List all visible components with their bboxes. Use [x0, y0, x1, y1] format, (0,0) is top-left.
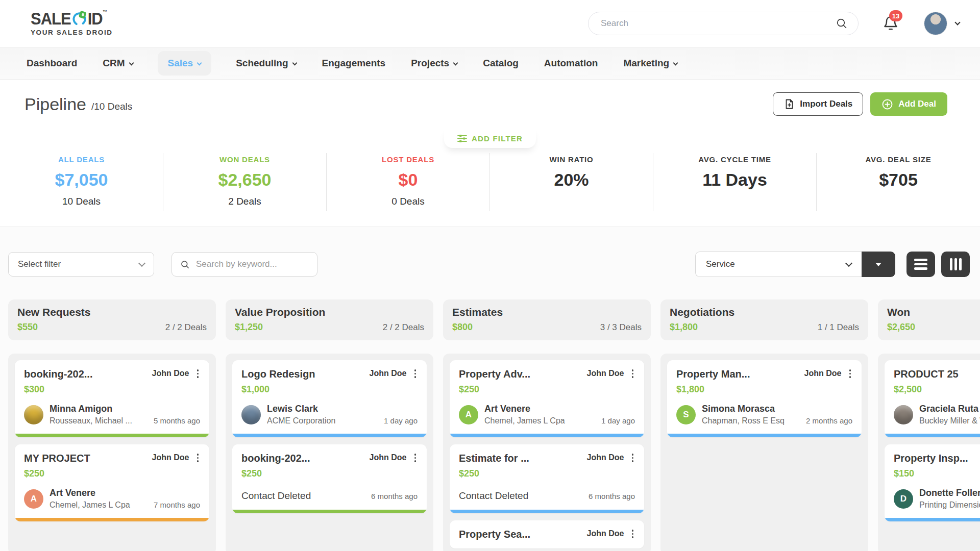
contact-avatar: S: [676, 405, 696, 424]
stat-label: LOST DEALS: [327, 155, 489, 164]
kebab-menu-icon[interactable]: [413, 368, 418, 379]
contact-name: Donette Foller: [919, 488, 980, 498]
deal-timestamp: 5 months ago: [154, 416, 200, 425]
stat-value: 11 Days: [653, 170, 816, 190]
nav-item-dashboard[interactable]: Dashboard: [26, 51, 78, 76]
deal-timestamp: 1 day ago: [601, 416, 635, 425]
nav-item-projects[interactable]: Projects: [410, 51, 458, 76]
user-menu-chevron-icon[interactable]: [954, 19, 960, 25]
deal-timestamp: 2 months ago: [806, 416, 852, 425]
nav-item-scheduling[interactable]: Scheduling: [235, 51, 297, 76]
stage-color-bar: [450, 510, 644, 513]
import-deals-button[interactable]: Import Deals: [773, 92, 863, 116]
add-filter-button[interactable]: ADD FILTER: [444, 129, 536, 148]
deal-owner: John Doe: [587, 529, 624, 538]
kebab-menu-icon[interactable]: [630, 368, 635, 379]
deal-card[interactable]: Estimate for ... John Doe $250 Contact D…: [450, 444, 644, 513]
deal-title: PRODUCT 25: [894, 368, 980, 380]
stat-sub: [817, 196, 980, 207]
search-icon: [180, 259, 190, 270]
column-title: Value Proposition: [235, 306, 424, 318]
column-title: Estimates: [452, 306, 642, 318]
contact-company: Chemel, James L Cpa: [50, 500, 148, 510]
select-filter-dropdown[interactable]: Select filter: [8, 252, 154, 277]
column-deal-count: 3 / 3 Deals: [600, 322, 642, 333]
keyword-search-input[interactable]: [196, 259, 309, 269]
deal-owner: John Doe: [370, 453, 407, 462]
nav-item-marketing[interactable]: Marketing: [622, 51, 678, 76]
deal-contact: Minna Amigon Rousseaux, Michael ... 5 mo…: [24, 404, 200, 425]
contact-avatar: A: [24, 489, 43, 509]
deal-amount: $250: [24, 468, 200, 479]
column-deal-count: 2 / 2 Deals: [383, 322, 424, 333]
deal-card[interactable]: Property Insp... $150 D Donette Foller P…: [885, 444, 980, 521]
list-view-button[interactable]: [906, 252, 935, 277]
notifications-button[interactable]: 13: [882, 15, 899, 32]
toolbar: Select filter Service: [0, 227, 980, 277]
deal-card[interactable]: booking-202... John Doe $300 Minna Amigo…: [15, 360, 209, 437]
deal-card[interactable]: Logo Redesign John Doe $1,000 Lewis Clar…: [232, 360, 427, 437]
stat-label: AVG. DEAL SIZE: [817, 155, 980, 164]
page-head: Pipeline /10 Deals Import Deals Add Deal: [0, 80, 980, 129]
stage-color-bar: [885, 434, 980, 437]
column-header: Negotiations $1,800 1 / 1 Deals: [660, 299, 868, 340]
contact-name: Art Venere: [50, 488, 148, 498]
column-total: $1,800: [670, 322, 698, 333]
contact-name: Minna Amigon: [50, 404, 148, 414]
nav-item-catalog[interactable]: Catalog: [482, 51, 520, 76]
deal-timestamp: 7 months ago: [154, 500, 200, 510]
nav-item-sales[interactable]: Sales: [158, 51, 212, 76]
kebab-menu-icon[interactable]: [630, 529, 635, 539]
stage-color-bar: [885, 518, 980, 521]
column-total: $550: [17, 322, 38, 333]
column-title: Won: [887, 306, 980, 318]
deal-card[interactable]: Property Adv... John Doe $250 A Art Vene…: [450, 360, 644, 437]
pipeline-column: New Requests $550 2 / 2 Deals booking-20…: [8, 299, 216, 551]
stat-sub: 10 Deals: [0, 196, 163, 207]
kanban-view-button[interactable]: [941, 252, 970, 277]
kebab-menu-icon[interactable]: [630, 453, 635, 463]
global-search-input[interactable]: [601, 18, 836, 29]
search-icon[interactable]: [836, 17, 848, 30]
group-by-split-button[interactable]: [862, 252, 895, 277]
app-logo[interactable]: SALE ID ™ YOUR SALES DROID: [31, 11, 113, 36]
deal-card[interactable]: Property Man... John Doe $1,800 S Simona…: [667, 360, 862, 437]
group-by-select[interactable]: Service: [695, 252, 895, 277]
kebab-menu-icon[interactable]: [413, 453, 418, 463]
stat-item: AVG. DEAL SIZE $705: [817, 153, 980, 211]
contact-name: Lewis Clark: [267, 404, 378, 414]
nav-item-engagements[interactable]: Engagements: [321, 51, 387, 76]
column-total: $2,650: [887, 322, 915, 333]
deal-card[interactable]: MY PROJECT John Doe $250 A Art Venere Ch…: [15, 444, 209, 521]
kebab-menu-icon[interactable]: [848, 368, 853, 379]
stat-item: AVG. CYCLE TIME 11 Days: [653, 153, 817, 211]
nav-item-crm[interactable]: CRM: [102, 51, 134, 76]
deal-title: booking-202...: [241, 453, 363, 464]
contact-deleted-row: Contact Deleted 6 months ago: [241, 490, 418, 502]
list-view-icon: [914, 259, 927, 270]
column-title: New Requests: [17, 306, 207, 318]
stat-item: LOST DEALS $0 0 Deals: [327, 153, 490, 211]
stat-item: WON DEALS $2,650 2 Deals: [163, 153, 327, 211]
deal-card[interactable]: booking-202... John Doe $250 Contact Del…: [232, 444, 427, 513]
pipeline-column: Won $2,650 PRODUCT 25 $2,500 Graciela Ru…: [878, 299, 980, 551]
deal-contact: D Donette Foller Printing Dimensions: [894, 488, 980, 510]
contact-name: Simona Morasca: [702, 404, 800, 414]
deal-card[interactable]: Property Sea... John Doe: [450, 520, 644, 548]
deal-contact: Graciela Ruta Buckley Miller & Wr...: [894, 404, 980, 425]
page-title: Pipeline: [24, 94, 86, 114]
chevron-down-icon: [138, 260, 145, 267]
deal-contact: S Simona Morasca Chapman, Ross E Esq 2 m…: [676, 404, 852, 425]
pipeline-column: Negotiations $1,800 1 / 1 Deals Property…: [660, 299, 868, 551]
nav-item-automation[interactable]: Automation: [543, 51, 599, 76]
column-body: Property Man... John Doe $1,800 S Simona…: [660, 354, 868, 551]
contact-name: Art Venere: [484, 404, 595, 414]
add-deal-button[interactable]: Add Deal: [870, 92, 947, 116]
deal-card[interactable]: PRODUCT 25 $2,500 Graciela Ruta Buckley …: [885, 360, 980, 437]
kebab-menu-icon[interactable]: [195, 368, 201, 379]
deal-owner: John Doe: [370, 369, 407, 378]
kebab-menu-icon[interactable]: [195, 453, 201, 463]
contact-company: Buckley Miller & Wr...: [919, 416, 980, 425]
contact-company: Chapman, Ross E Esq: [702, 416, 800, 425]
user-avatar[interactable]: [924, 12, 947, 35]
